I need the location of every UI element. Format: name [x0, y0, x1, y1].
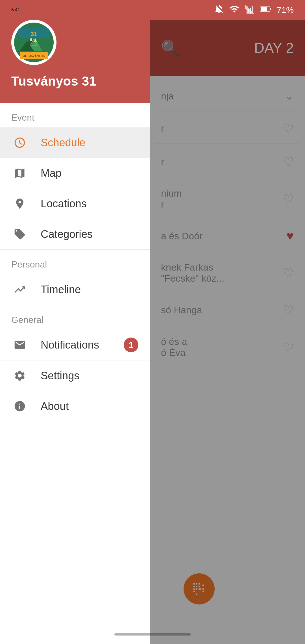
clock-icon	[11, 134, 28, 151]
sidebar-item-about[interactable]: About	[0, 391, 150, 421]
tag-icon	[11, 226, 28, 243]
categories-label: Categories	[41, 228, 138, 240]
svg-text:31.TUSVÁNYOS: 31.TUSVÁNYOS	[23, 54, 45, 58]
notification-badge: 1	[124, 338, 138, 352]
svg-rect-13	[270, 8, 271, 10]
navigation-drawer: 31.TUSVÁNYOS 31 Tusványos 31 Event Sched…	[0, 0, 150, 644]
schedule-label: Schedule	[41, 137, 138, 149]
drawer-overlay[interactable]	[150, 0, 305, 644]
section-personal-label: Personal	[0, 250, 150, 274]
info-icon	[11, 398, 28, 415]
timeline-label: Timeline	[41, 284, 138, 296]
settings-label: Settings	[41, 370, 138, 382]
signal-icon	[245, 4, 255, 16]
sidebar-item-timeline[interactable]: Timeline	[0, 274, 150, 305]
svg-rect-14	[261, 7, 267, 11]
section-general-label: General	[0, 305, 150, 330]
status-icons: 71%	[214, 4, 294, 16]
trending-up-icon	[11, 281, 28, 298]
sidebar-item-categories[interactable]: Categories	[0, 219, 150, 249]
wifi-icon	[229, 4, 239, 16]
status-time: 5:41	[11, 7, 20, 12]
section-event-label: Event	[0, 103, 150, 127]
sidebar-item-settings[interactable]: Settings	[0, 360, 150, 391]
map-icon	[11, 165, 28, 182]
about-label: About	[41, 400, 138, 412]
battery-percent: 71%	[277, 5, 294, 15]
location-pin-icon	[11, 195, 28, 212]
sidebar-item-locations[interactable]: Locations	[0, 188, 150, 219]
app-name: Tusványos 31	[11, 73, 138, 89]
notifications-label: Notifications	[41, 339, 111, 351]
gear-icon	[11, 367, 28, 384]
sidebar-item-notifications[interactable]: Notifications 1	[0, 330, 150, 360]
notification-muted-icon	[214, 4, 224, 16]
svg-text:31: 31	[30, 31, 37, 38]
home-indicator	[114, 633, 191, 636]
sidebar-item-schedule[interactable]: Schedule	[0, 127, 150, 158]
app-logo: 31.TUSVÁNYOS 31	[11, 20, 56, 65]
sidebar-item-map[interactable]: Map	[0, 158, 150, 188]
drawer-menu-content: Event Schedule Map	[0, 103, 150, 644]
locations-label: Locations	[41, 198, 138, 210]
status-bar: 5:41 71%	[0, 0, 305, 20]
battery-icon	[260, 5, 272, 16]
map-label: Map	[41, 167, 138, 179]
notification-bell-icon	[11, 336, 28, 353]
